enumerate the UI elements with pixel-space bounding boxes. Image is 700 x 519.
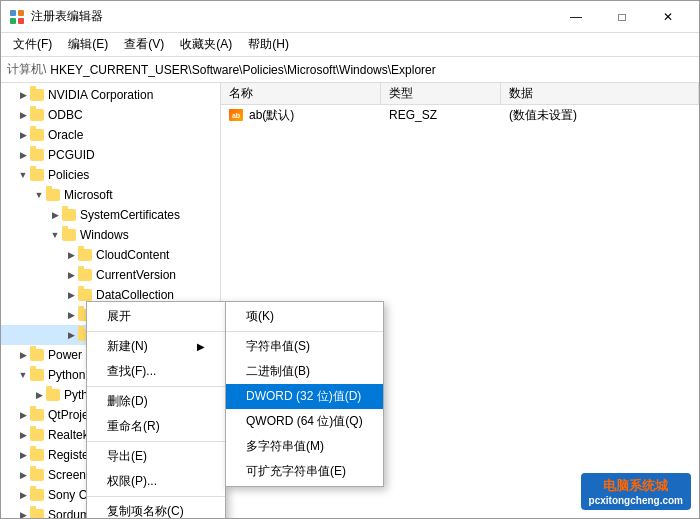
chevron-right-icon: ▶ [17, 85, 29, 105]
menu-favorites[interactable]: 收藏夹(A) [172, 34, 240, 56]
col-header-data[interactable]: 数据 [501, 83, 699, 104]
folder-icon [29, 87, 45, 103]
ctx-export[interactable]: 导出(E) [87, 444, 225, 469]
folder-icon [77, 267, 93, 283]
app-icon [9, 9, 25, 25]
ctx-new[interactable]: 新建(N) ▶ [87, 334, 225, 359]
tree-item-systemcerts[interactable]: ▶ SystemCertificates [1, 205, 220, 225]
chevron-right-icon: ▶ [17, 425, 29, 445]
chevron-down-icon: ▼ [33, 185, 45, 205]
chevron-right-icon: ▶ [17, 485, 29, 505]
chevron-right-icon: ▶ [65, 325, 77, 345]
tree-label: DataCollection [96, 288, 174, 302]
sub-item-multistring[interactable]: 多字符串值(M) [226, 434, 383, 459]
tree-label: Windows [80, 228, 129, 242]
tree-label: CurrentVersion [96, 268, 176, 282]
minimize-button[interactable]: — [553, 1, 599, 33]
chevron-right-icon: ▶ [65, 245, 77, 265]
sub-item-binary[interactable]: 二进制值(B) [226, 359, 383, 384]
ctx-separator-3 [87, 441, 225, 442]
folder-icon [29, 507, 45, 518]
cell-name: ab ab(默认) [221, 107, 381, 124]
ctx-separator-2 [87, 386, 225, 387]
svg-rect-1 [18, 10, 24, 16]
sub-separator-1 [226, 331, 383, 332]
tree-label: Power [48, 348, 82, 362]
ctx-expand[interactable]: 展开 [87, 304, 225, 329]
tree-item-pcguid[interactable]: ▶ PCGUID [1, 145, 220, 165]
tree-label: Oracle [48, 128, 83, 142]
tree-label: Microsoft [64, 188, 113, 202]
ctx-delete[interactable]: 删除(D) [87, 389, 225, 414]
window-controls: — □ ✕ [553, 1, 691, 33]
folder-open-icon [61, 227, 77, 243]
address-bar: 计算机\ HKEY_CURRENT_USER\Software\Policies… [1, 57, 699, 83]
tree-item-windows[interactable]: ▼ Windows [1, 225, 220, 245]
sub-item-qword[interactable]: QWORD (64 位)值(Q) [226, 409, 383, 434]
folder-open-icon [29, 367, 45, 383]
column-headers: 名称 类型 数据 [221, 83, 699, 105]
sub-item-string[interactable]: 字符串值(S) [226, 334, 383, 359]
sub-item-k[interactable]: 项(K) [226, 304, 383, 329]
chevron-right-icon: ▶ [17, 405, 29, 425]
tree-label: CloudContent [96, 248, 169, 262]
tree-item-cloudcontent[interactable]: ▶ CloudContent [1, 245, 220, 265]
chevron-down-icon: ▼ [17, 165, 29, 185]
main-area: ▶ NVIDIA Corporation ▶ ODBC ▶ Oracle ▶ P… [1, 83, 699, 518]
svg-rect-3 [18, 18, 24, 24]
tree-label: Python [48, 368, 85, 382]
folder-icon [29, 347, 45, 363]
tree-label: NVIDIA Corporation [48, 88, 153, 102]
menu-bar: 文件(F) 编辑(E) 查看(V) 收藏夹(A) 帮助(H) [1, 33, 699, 57]
chevron-right-icon: ▶ [65, 285, 77, 305]
maximize-button[interactable]: □ [599, 1, 645, 33]
ctx-copyname[interactable]: 复制项名称(C) [87, 499, 225, 518]
folder-icon [29, 127, 45, 143]
folder-icon [29, 427, 45, 443]
chevron-right-icon: ▶ [17, 125, 29, 145]
menu-edit[interactable]: 编辑(E) [60, 34, 116, 56]
tree-item-microsoft[interactable]: ▼ Microsoft [1, 185, 220, 205]
ctx-permissions[interactable]: 权限(P)... [87, 469, 225, 494]
table-row[interactable]: ab ab(默认) REG_SZ (数值未设置) [221, 105, 699, 125]
sub-item-dword[interactable]: DWORD (32 位)值(D) [226, 384, 383, 409]
tree-item-oracle[interactable]: ▶ Oracle [1, 125, 220, 145]
tree-label: ODBC [48, 108, 83, 122]
chevron-right-icon: ▶ [49, 205, 61, 225]
tree-label: PCGUID [48, 148, 95, 162]
submenu-arrow-icon: ▶ [197, 341, 205, 352]
menu-help[interactable]: 帮助(H) [240, 34, 297, 56]
chevron-right-icon: ▶ [65, 305, 77, 325]
ctx-find[interactable]: 查找(F)... [87, 359, 225, 384]
menu-file[interactable]: 文件(F) [5, 34, 60, 56]
tree-item-odbc[interactable]: ▶ ODBC [1, 105, 220, 125]
cell-data: (数值未设置) [501, 107, 699, 124]
address-path: HKEY_CURRENT_USER\Software\Policies\Micr… [50, 63, 435, 77]
tree-item-policies[interactable]: ▼ Policies [1, 165, 220, 185]
chevron-right-icon: ▶ [17, 445, 29, 465]
title-bar: 注册表编辑器 — □ ✕ [1, 1, 699, 33]
folder-icon [45, 387, 61, 403]
watermark-box: 电脑系统城 pcxitongcheng.com [581, 473, 691, 510]
close-button[interactable]: ✕ [645, 1, 691, 33]
tree-item-nvidia[interactable]: ▶ NVIDIA Corporation [1, 85, 220, 105]
folder-icon [29, 407, 45, 423]
folder-open-icon [29, 167, 45, 183]
menu-view[interactable]: 查看(V) [116, 34, 172, 56]
ab-icon: ab [229, 109, 243, 121]
watermark-line2: pcxitongcheng.com [589, 495, 683, 506]
chevron-right-icon: ▶ [17, 505, 29, 518]
folder-icon [29, 447, 45, 463]
col-header-name[interactable]: 名称 [221, 83, 381, 104]
tree-item-currentversion[interactable]: ▶ CurrentVersion [1, 265, 220, 285]
folder-icon [77, 247, 93, 263]
folder-icon [61, 207, 77, 223]
folder-icon [29, 107, 45, 123]
submenu: 项(K) 字符串值(S) 二进制值(B) DWORD (32 位)值(D) QW… [225, 301, 384, 487]
col-header-type[interactable]: 类型 [381, 83, 501, 104]
sub-item-expandstring[interactable]: 可扩充字符串值(E) [226, 459, 383, 484]
ctx-rename[interactable]: 重命名(R) [87, 414, 225, 439]
window-title: 注册表编辑器 [31, 8, 553, 25]
cell-type: REG_SZ [381, 108, 501, 122]
tree-label: Policies [48, 168, 89, 182]
